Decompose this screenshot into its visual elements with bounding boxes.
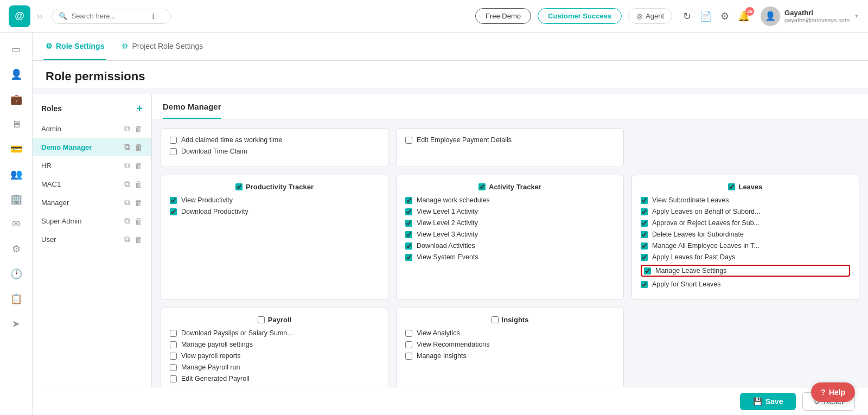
perm-checkbox[interactable]: [405, 197, 412, 204]
copy-role-icon[interactable]: ⧉: [124, 124, 130, 133]
delete-role-icon[interactable]: 🗑: [135, 143, 143, 152]
role-settings-icon: ⚙: [46, 42, 53, 50]
copy-role-icon[interactable]: ⧉: [124, 234, 130, 244]
sidebar-item-org[interactable]: 🏢: [6, 189, 27, 209]
perm-checkbox[interactable]: [644, 267, 651, 274]
perm-card-checkbox[interactable]: [478, 183, 486, 190]
perm-label: View Level 1 Activity: [417, 208, 478, 215]
sidebar-item-screen[interactable]: 🖥: [6, 114, 27, 135]
tab-project-role-settings[interactable]: ⚙ Project Role Settings: [119, 33, 205, 60]
role-item-user[interactable]: User ⧉ 🗑: [33, 230, 151, 248]
role-name: Admin: [41, 125, 61, 133]
perm-checkbox[interactable]: [405, 208, 412, 215]
perm-label: Download Productivity: [181, 208, 248, 215]
active-role-tab[interactable]: Demo Manager: [163, 102, 221, 119]
tab-role-settings[interactable]: ⚙ Role Settings: [43, 33, 106, 60]
copy-role-icon[interactable]: ⧉: [124, 216, 130, 226]
perm-item: Approve or Reject Leaves for Sub...: [641, 219, 850, 227]
nav-dots: ››: [37, 11, 43, 21]
perm-label: Download Activities: [417, 242, 475, 250]
role-item-hr[interactable]: HR ⧉ 🗑: [33, 156, 151, 175]
perm-card-checkbox[interactable]: [492, 316, 499, 323]
sidebar-item-group[interactable]: 👥: [6, 164, 27, 184]
copy-role-icon[interactable]: ⧉: [124, 142, 130, 152]
perm-checkbox[interactable]: [405, 220, 412, 227]
perm-checkbox[interactable]: [641, 254, 648, 261]
role-item-mac1[interactable]: MAC1 ⧉ 🗑: [33, 175, 151, 193]
perm-checkbox[interactable]: [405, 137, 412, 144]
refresh-icon[interactable]: ↻: [683, 10, 691, 22]
delete-role-icon[interactable]: 🗑: [135, 198, 143, 207]
help-icon: ?: [821, 388, 826, 397]
delete-role-icon[interactable]: 🗑: [135, 180, 143, 189]
perm-card-checkbox[interactable]: [235, 183, 242, 190]
perm-label: View Recommendations: [417, 341, 490, 348]
perm-checkbox[interactable]: [641, 220, 648, 227]
perm-card-activity: Activity Tracker Manage work schedules V…: [396, 175, 624, 300]
perm-card-checkbox[interactable]: [258, 316, 265, 323]
sidebar-item-briefcase[interactable]: 💼: [6, 89, 27, 110]
perm-checkbox[interactable]: [170, 330, 177, 337]
app-logo[interactable]: @: [9, 5, 30, 27]
perm-checkbox[interactable]: [170, 341, 177, 348]
search-bar[interactable]: 🔍 ℹ: [52, 9, 171, 24]
delete-role-icon[interactable]: 🗑: [135, 216, 143, 226]
sidebar-item-card[interactable]: 💳: [6, 139, 27, 159]
perm-label: View System Events: [417, 253, 478, 261]
free-demo-button[interactable]: Free Demo: [475, 8, 531, 24]
perm-checkbox[interactable]: [170, 208, 177, 215]
search-input[interactable]: [72, 12, 148, 20]
copy-role-icon[interactable]: ⧉: [124, 179, 130, 189]
delete-role-icon[interactable]: 🗑: [135, 124, 143, 133]
agent-button[interactable]: ◎ Agent: [628, 8, 672, 24]
perm-checkbox[interactable]: [641, 231, 648, 238]
delete-role-icon[interactable]: 🗑: [135, 235, 143, 244]
tab-bar: ⚙ Role Settings ⚙ Project Role Settings: [33, 33, 868, 61]
perm-checkbox[interactable]: [641, 208, 648, 215]
avatar: 👤: [761, 7, 780, 26]
perm-checkbox[interactable]: [405, 330, 412, 337]
role-item-admin[interactable]: Admin ⧉ 🗑: [33, 119, 151, 138]
delete-role-icon[interactable]: 🗑: [135, 161, 143, 170]
perm-checkbox[interactable]: [405, 353, 412, 360]
role-item-manager[interactable]: Manager ⧉ 🗑: [33, 193, 151, 212]
copy-role-icon[interactable]: ⧉: [124, 197, 130, 207]
role-item-super-admin[interactable]: Super Admin ⧉ 🗑: [33, 212, 151, 230]
add-role-button[interactable]: +: [136, 103, 143, 114]
save-button[interactable]: 💾 Save: [740, 393, 796, 410]
perm-checkbox[interactable]: [405, 254, 412, 261]
copy-role-icon[interactable]: ⧉: [124, 161, 130, 170]
sidebar-item-send[interactable]: ➤: [6, 314, 27, 334]
perm-checkbox[interactable]: [641, 281, 648, 288]
perm-label: View Productivity: [181, 196, 233, 204]
perm-checkbox[interactable]: [170, 375, 177, 382]
customer-success-button[interactable]: Customer Success: [538, 8, 622, 24]
perm-checkbox[interactable]: [405, 231, 412, 238]
settings-icon[interactable]: ⚙: [720, 10, 729, 22]
perm-checkbox[interactable]: [170, 353, 177, 360]
perm-checkbox[interactable]: [641, 242, 648, 250]
sidebar-item-monitor[interactable]: ▭: [6, 39, 27, 60]
perm-item: View Recommendations: [405, 341, 615, 348]
perm-card-checkbox[interactable]: [728, 183, 735, 190]
perm-checkbox[interactable]: [170, 197, 177, 204]
info-icon: ℹ: [152, 12, 155, 21]
help-button[interactable]: ? Help: [811, 382, 855, 402]
notifications-icon[interactable]: 🔔 35: [738, 10, 750, 22]
perm-checkbox[interactable]: [405, 242, 412, 250]
perm-item: Edit Employee Payment Details: [405, 136, 615, 144]
role-item-demo-manager[interactable]: Demo Manager ⧉ 🗑: [33, 138, 151, 156]
sidebar-item-mail[interactable]: ✉: [6, 214, 27, 234]
perm-checkbox[interactable]: [170, 137, 177, 144]
perm-checkbox[interactable]: [170, 148, 177, 155]
user-menu[interactable]: 👤 Gayathri gayathri@snovasys.com ▼: [761, 7, 859, 26]
sidebar-item-analytics[interactable]: ⚙: [6, 239, 27, 259]
perm-label: View Analytics: [417, 329, 460, 337]
perm-checkbox[interactable]: [641, 197, 648, 204]
sidebar-item-clock[interactable]: 🕐: [6, 264, 27, 284]
sidebar-item-people[interactable]: 👤: [6, 64, 27, 85]
perm-checkbox[interactable]: [405, 341, 412, 348]
sidebar-item-report[interactable]: 📋: [6, 289, 27, 309]
perm-checkbox[interactable]: [170, 364, 177, 371]
document-icon[interactable]: 📄: [700, 10, 712, 22]
